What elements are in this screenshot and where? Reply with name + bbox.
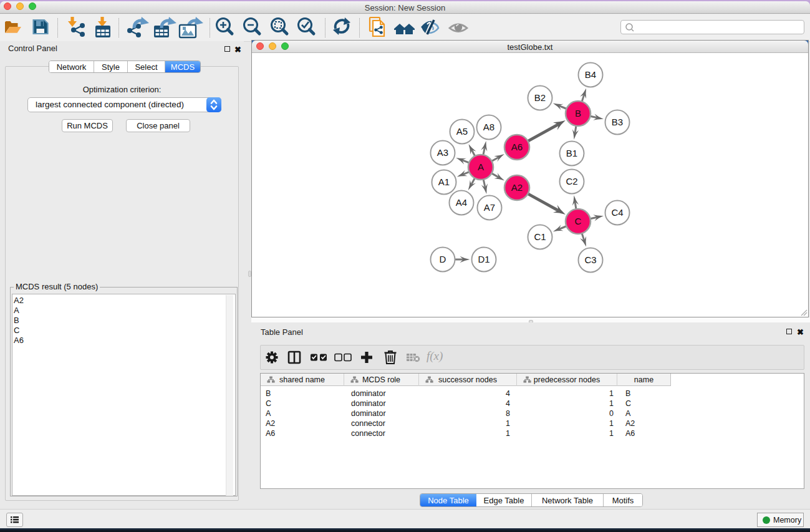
svg-text:B3: B3 bbox=[612, 117, 623, 127]
svg-text:A6: A6 bbox=[511, 142, 523, 152]
svg-text:A8: A8 bbox=[483, 122, 494, 132]
svg-text:B2: B2 bbox=[534, 92, 546, 103]
svg-text:B1: B1 bbox=[566, 148, 577, 158]
svg-text:A2: A2 bbox=[511, 182, 523, 193]
svg-text:C3: C3 bbox=[584, 254, 596, 265]
svg-text:B: B bbox=[575, 108, 581, 118]
svg-text:C1: C1 bbox=[534, 231, 546, 242]
svg-text:A7: A7 bbox=[484, 202, 495, 213]
svg-text:B4: B4 bbox=[585, 69, 596, 80]
svg-text:C2: C2 bbox=[566, 176, 577, 186]
svg-text:A4: A4 bbox=[456, 197, 467, 208]
svg-text:A3: A3 bbox=[437, 147, 448, 158]
svg-text:D1: D1 bbox=[478, 254, 489, 264]
svg-text:C4: C4 bbox=[611, 207, 623, 218]
svg-text:D: D bbox=[440, 254, 446, 264]
svg-text:C: C bbox=[575, 216, 582, 226]
svg-text:A5: A5 bbox=[456, 126, 468, 137]
svg-text:A: A bbox=[478, 162, 484, 172]
svg-text:A1: A1 bbox=[438, 177, 450, 187]
